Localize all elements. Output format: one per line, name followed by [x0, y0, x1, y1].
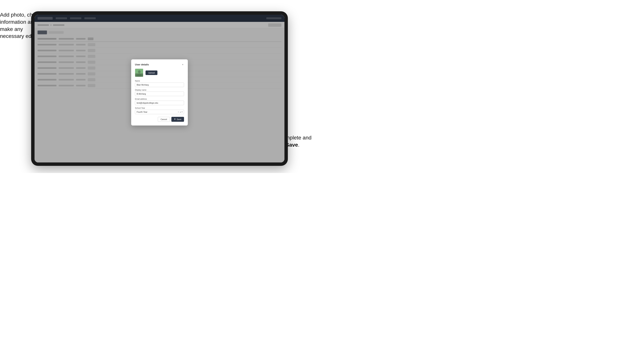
save-button[interactable]: ⬆ Save [172, 117, 184, 122]
school-year-label: School Year [135, 107, 184, 109]
name-label: Name [135, 80, 184, 82]
right-annotation-suffix: . [298, 142, 300, 148]
school-year-field-group: School Year × ▲▼ [135, 107, 184, 114]
email-input[interactable] [135, 101, 184, 105]
select-icons: × ▲▼ [178, 111, 183, 113]
school-year-input[interactable] [135, 110, 184, 114]
upload-photo-button[interactable]: Upload [146, 70, 158, 75]
photo-section: Upload [135, 69, 184, 77]
modal-title: User details [135, 63, 149, 66]
name-input[interactable] [135, 83, 184, 87]
tablet-device: User details × [31, 11, 288, 166]
modal-header: User details × [135, 63, 184, 66]
display-name-label: Display name [135, 89, 184, 91]
modal-close-button[interactable]: × [182, 63, 184, 66]
school-year-select-wrapper: × ▲▼ [135, 110, 184, 114]
modal-overlay: User details × [34, 15, 284, 163]
save-icon: ⬆ [174, 118, 176, 120]
display-name-field-group: Display name [135, 89, 184, 96]
tablet-screen: User details × [34, 15, 284, 163]
user-details-modal: User details × [131, 59, 188, 126]
modal-footer: Cancel ⬆ Save [135, 117, 184, 122]
email-field-group: Email address [135, 98, 184, 105]
name-field-group: Name [135, 80, 184, 87]
svg-point-2 [137, 74, 142, 77]
svg-point-1 [138, 70, 140, 73]
svg-rect-3 [135, 74, 143, 77]
display-name-input[interactable] [135, 92, 184, 96]
select-chevron-icon[interactable]: ▲▼ [180, 111, 183, 113]
email-label: Email address [135, 98, 184, 100]
select-clear-icon[interactable]: × [178, 111, 179, 113]
save-button-label: Save [177, 118, 182, 120]
cancel-button[interactable]: Cancel [158, 117, 170, 122]
user-photo-thumbnail [135, 69, 143, 77]
